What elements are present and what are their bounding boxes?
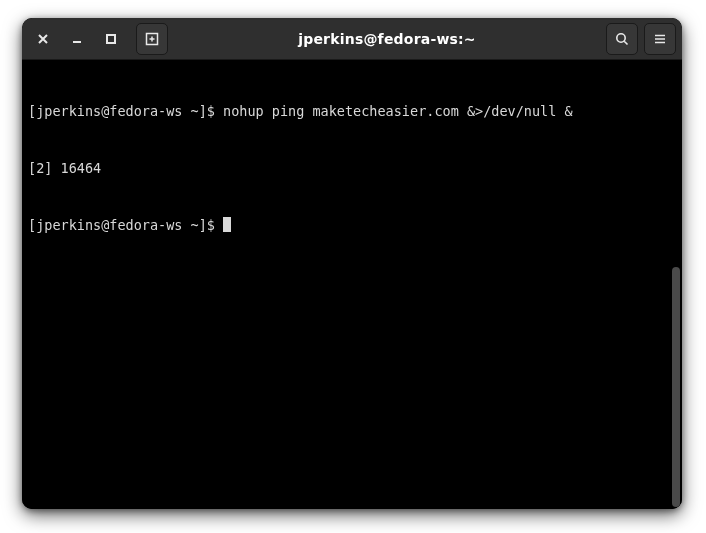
menu-button[interactable] [644, 23, 676, 55]
hamburger-icon [652, 31, 668, 47]
maximize-icon [104, 32, 118, 46]
close-icon [36, 32, 50, 46]
search-icon [614, 31, 630, 47]
scrollbar-thumb[interactable] [672, 267, 680, 507]
search-button[interactable] [606, 23, 638, 55]
minimize-button[interactable] [62, 24, 92, 54]
terminal-prompt: [jperkins@fedora-ws ~]$ [28, 217, 223, 233]
terminal-window: jperkins@fedora-ws:~ [jperkins@fedora-ws… [22, 18, 682, 509]
terminal-body[interactable]: [jperkins@fedora-ws ~]$ nohup ping maket… [22, 60, 682, 509]
svg-point-2 [617, 33, 625, 41]
terminal-line: [2] 16464 [28, 159, 676, 178]
close-button[interactable] [28, 24, 58, 54]
window-title: jperkins@fedora-ws:~ [172, 31, 602, 47]
scrollbar-track[interactable] [670, 62, 680, 507]
terminal-prompt-line: [jperkins@fedora-ws ~]$ [28, 216, 676, 235]
maximize-button[interactable] [96, 24, 126, 54]
minimize-icon [70, 32, 84, 46]
new-tab-button[interactable] [136, 23, 168, 55]
new-tab-icon [144, 31, 160, 47]
cursor-icon [223, 217, 231, 232]
terminal-line: [jperkins@fedora-ws ~]$ nohup ping maket… [28, 102, 676, 121]
titlebar: jperkins@fedora-ws:~ [22, 18, 682, 60]
svg-rect-0 [107, 35, 115, 43]
titlebar-right-controls [606, 23, 676, 55]
